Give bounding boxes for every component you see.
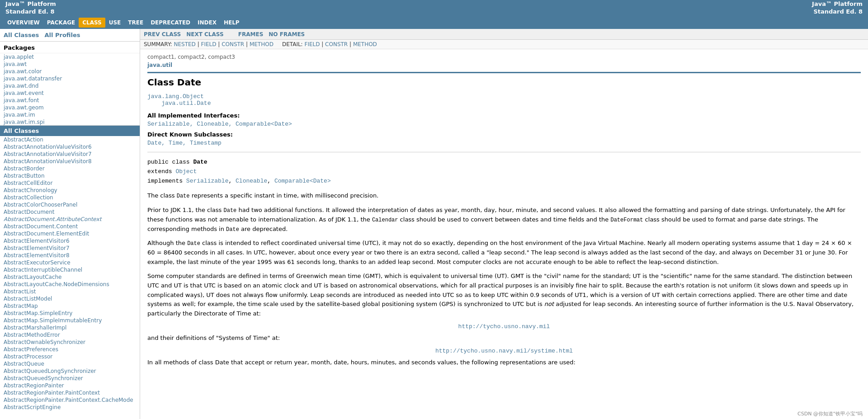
class-link[interactable]: AbstractScriptEngine xyxy=(0,404,140,411)
class-link[interactable]: AbstractAnnotationValueVisitor6 xyxy=(0,143,140,151)
class-link[interactable]: AbstractBorder xyxy=(0,165,140,172)
class-link[interactable]: AbstractAction xyxy=(0,136,140,143)
class-link[interactable]: AbstractMarshallerImpl xyxy=(0,324,140,331)
subclasses: Date, Time, Timestamp xyxy=(147,140,861,146)
class-link[interactable]: AbstractChronology xyxy=(0,187,140,194)
class-link[interactable]: AbstractPreferences xyxy=(0,346,140,353)
class-link[interactable]: AbstractExecutorService xyxy=(0,259,140,266)
all-profiles-link[interactable]: All Profiles xyxy=(44,32,80,38)
watermark: CSDN @你知道"铁甲小宝"吗 xyxy=(797,410,863,417)
package-link[interactable]: java.awt.color xyxy=(0,68,140,75)
class-item: AbstractMap xyxy=(0,302,140,310)
package-link[interactable]: java.awt.im.spi xyxy=(0,118,140,126)
class-link[interactable]: AbstractElementVisitor7 xyxy=(0,245,140,252)
class-link[interactable]: AbstractMap xyxy=(0,302,140,310)
class-link[interactable]: AbstractDocument.Content xyxy=(0,223,140,230)
class-link[interactable]: AbstractQueuedSynchronizer xyxy=(0,375,140,382)
detail-field-link[interactable]: FIELD xyxy=(304,41,320,47)
content-area: PREV CLASS NEXT CLASS FRAMES NO FRAMES S… xyxy=(140,29,868,419)
class-item: AbstractBorder xyxy=(0,165,140,172)
description6: In all methods of class Date that accept… xyxy=(147,358,861,367)
no-frames-link[interactable]: NO FRAMES xyxy=(269,31,305,38)
class-link[interactable]: AbstractOwnableSynchronizer xyxy=(0,339,140,346)
summary-field-link[interactable]: FIELD xyxy=(201,41,217,47)
class-item: AbstractAnnotationValueVisitor7 xyxy=(0,151,140,158)
class-item: AbstractMethodError xyxy=(0,331,140,339)
date-hierarchy-link[interactable]: java.util.Date xyxy=(161,100,211,107)
class-link[interactable]: AbstractMap.SimpleImmutableEntry xyxy=(0,317,140,324)
nav-item-tree[interactable]: TREE xyxy=(124,18,147,28)
class-item: AbstractButton xyxy=(0,172,140,179)
class-link[interactable]: AbstractDocument xyxy=(0,208,140,216)
summary-method-link[interactable]: METHOD xyxy=(250,41,274,47)
class-item: AbstractDocument.AttributeContext xyxy=(0,216,140,223)
class-item: AbstractDocument.Content xyxy=(0,223,140,230)
link1-block: http://tycho.usno.navy.mil xyxy=(147,323,861,330)
class-link[interactable]: AbstractButton xyxy=(0,172,140,179)
next-class-link[interactable]: NEXT CLASS xyxy=(186,31,223,38)
class-link[interactable]: AbstractQueuedLongSynchronizer xyxy=(0,367,140,375)
class-link[interactable]: AbstractElementVisitor8 xyxy=(0,252,140,259)
package-link[interactable]: java.awt.im xyxy=(0,111,140,118)
class-link[interactable]: AbstractRegionPainter.PaintContext xyxy=(0,389,140,396)
class-link[interactable]: AbstractDocument.ElementEdit xyxy=(0,230,140,237)
nav-item-use[interactable]: USE xyxy=(105,18,125,28)
content-scroll[interactable]: compact1, compact2, compact3 java.util C… xyxy=(140,49,868,419)
packages-label: Packages xyxy=(0,42,140,53)
class-link[interactable]: AbstractMap.SimpleEntry xyxy=(0,310,140,317)
package-link[interactable]: java.awt xyxy=(0,61,140,68)
class-link[interactable]: AbstractMethodError xyxy=(0,331,140,339)
class-item: AbstractDocument.ElementEdit xyxy=(0,230,140,237)
class-link[interactable]: AbstractDocument.AttributeContext xyxy=(0,216,140,223)
class-link[interactable]: AbstractRegionPainter.PaintContext.Cache… xyxy=(0,396,140,404)
package-item: java.awt.dnd xyxy=(0,82,140,89)
package-link[interactable]: java.awt.geom xyxy=(0,104,140,111)
package-link[interactable]: java.awt.dnd xyxy=(0,82,140,89)
class-link[interactable]: AbstractProcessor xyxy=(0,353,140,360)
package-link[interactable]: java.applet xyxy=(0,53,140,61)
all-classes-link[interactable]: All Classes xyxy=(4,32,39,38)
prev-class-link[interactable]: PREV CLASS xyxy=(144,31,181,38)
summary-nested-link[interactable]: NESTED xyxy=(174,41,196,47)
nav-item-index[interactable]: INDEX xyxy=(194,18,220,28)
class-link[interactable]: AbstractList xyxy=(0,288,140,295)
detail-method-link[interactable]: METHOD xyxy=(353,41,377,47)
frames-link[interactable]: FRAMES xyxy=(238,31,264,38)
class-link[interactable]: AbstractLayoutCache xyxy=(0,273,140,281)
class-link[interactable]: AbstractCollection xyxy=(0,194,140,201)
systime-link[interactable]: http://tycho.usno.navy.mil/systime.html xyxy=(435,348,573,354)
nav-item-deprecated[interactable]: DEPRECATED xyxy=(147,18,194,28)
usno-link[interactable]: http://tycho.usno.navy.mil xyxy=(458,323,550,330)
description1: The class Date represents a specific ins… xyxy=(147,191,861,201)
brand-left: Java™ Platform Standard Ed. 8 xyxy=(5,0,56,16)
class-item: AbstractPreferences xyxy=(0,346,140,353)
object-link[interactable]: java.lang.Object xyxy=(147,93,204,100)
class-item: AbstractMarshallerImpl xyxy=(0,324,140,331)
class-link[interactable]: AbstractInterruptibleChannel xyxy=(0,266,140,273)
package-item: java.awt.event xyxy=(0,89,140,97)
detail-constr-link[interactable]: CONSTR xyxy=(325,41,348,47)
java-util-link[interactable]: java.util xyxy=(147,62,861,68)
class-item: AbstractAction xyxy=(0,136,140,143)
nav-item-package[interactable]: PACKAGE xyxy=(43,18,79,28)
nav-item-class[interactable]: CLASS xyxy=(79,18,105,28)
class-link[interactable]: AbstractColorChooserPanel xyxy=(0,201,140,208)
package-link[interactable]: java.awt.datatransfer xyxy=(0,75,140,82)
summary-constr-link[interactable]: CONSTR xyxy=(222,41,244,47)
class-link[interactable]: AbstractCellEditor xyxy=(0,179,140,187)
class-link[interactable]: AbstractAnnotationValueVisitor8 xyxy=(0,158,140,165)
class-link[interactable]: AbstractQueue xyxy=(0,360,140,367)
class-link[interactable]: AbstractAnnotationValueVisitor7 xyxy=(0,151,140,158)
nav-item-overview[interactable]: OVERVIEW xyxy=(4,18,43,28)
package-link[interactable]: java.awt.event xyxy=(0,89,140,97)
class-item: AbstractMap.SimpleImmutableEntry xyxy=(0,317,140,324)
class-link[interactable]: AbstractListModel xyxy=(0,295,140,302)
package-link[interactable]: java.awt.font xyxy=(0,97,140,104)
class-link[interactable]: AbstractElementVisitor6 xyxy=(0,237,140,245)
class-link[interactable]: AbstractRegionPainter xyxy=(0,382,140,389)
class-item: AbstractInterruptibleChannel xyxy=(0,266,140,273)
class-link[interactable]: AbstractLayoutCache.NodeDimensions xyxy=(0,281,140,288)
interfaces: Serializable, Cloneable, Comparable<Date… xyxy=(147,121,861,127)
nav-item-help[interactable]: HELP xyxy=(220,18,243,28)
top-header: Java™ Platform Standard Ed. 8 Java™ Plat… xyxy=(0,0,868,16)
